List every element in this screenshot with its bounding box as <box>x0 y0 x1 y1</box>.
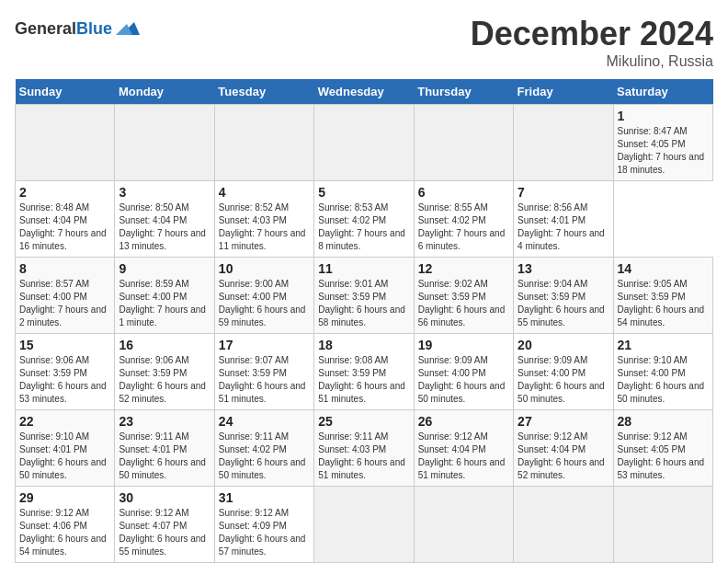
day-number: 23 <box>119 414 210 429</box>
day-number: 17 <box>219 338 310 352</box>
day-info: Sunrise: 9:09 AMSunset: 4:00 PMDaylight:… <box>518 355 605 404</box>
day-cell-15: 15Sunrise: 9:06 AMSunset: 3:59 PMDayligh… <box>16 334 115 410</box>
day-info: Sunrise: 9:12 AMSunset: 4:07 PMDaylight:… <box>119 508 206 557</box>
day-number: 9 <box>119 261 210 276</box>
day-cell-30: 30Sunrise: 9:12 AMSunset: 4:07 PMDayligh… <box>115 487 214 563</box>
day-cell-26: 26Sunrise: 9:12 AMSunset: 4:04 PMDayligh… <box>414 410 513 487</box>
day-info: Sunrise: 9:06 AMSunset: 3:59 PMDaylight:… <box>19 355 107 404</box>
empty-cell <box>514 487 613 563</box>
empty-cell <box>214 105 313 181</box>
day-header-sunday: Sunday <box>16 79 115 105</box>
day-info: Sunrise: 9:12 AMSunset: 4:06 PMDaylight:… <box>19 508 107 557</box>
day-info: Sunrise: 8:52 AMSunset: 4:03 PMDaylight:… <box>219 202 306 251</box>
day-info: Sunrise: 8:50 AMSunset: 4:04 PMDaylight:… <box>119 202 206 251</box>
day-cell-10: 10Sunrise: 9:00 AMSunset: 4:00 PMDayligh… <box>214 258 313 334</box>
empty-cell <box>514 105 613 181</box>
day-cell-11: 11Sunrise: 9:01 AMSunset: 3:59 PMDayligh… <box>314 258 414 334</box>
day-info: Sunrise: 9:09 AMSunset: 4:00 PMDaylight:… <box>418 355 506 404</box>
day-cell-12: 12Sunrise: 9:02 AMSunset: 3:59 PMDayligh… <box>414 258 513 334</box>
logo-general: General <box>15 19 76 38</box>
empty-cell <box>16 105 115 181</box>
empty-cell <box>613 487 712 563</box>
day-info: Sunrise: 9:11 AMSunset: 4:03 PMDaylight:… <box>318 431 405 480</box>
day-number: 16 <box>119 338 210 352</box>
day-number: 27 <box>518 414 609 429</box>
day-cell-27: 27Sunrise: 9:12 AMSunset: 4:04 PMDayligh… <box>514 410 613 487</box>
day-info: Sunrise: 9:12 AMSunset: 4:09 PMDaylight:… <box>219 508 306 557</box>
week-row-1: 2Sunrise: 8:48 AMSunset: 4:04 PMDaylight… <box>16 181 713 258</box>
day-info: Sunrise: 9:06 AMSunset: 3:59 PMDaylight:… <box>119 355 206 404</box>
empty-cell <box>115 105 214 181</box>
day-info: Sunrise: 8:53 AMSunset: 4:02 PMDaylight:… <box>318 202 405 251</box>
day-cell-5: 5Sunrise: 8:53 AMSunset: 4:02 PMDaylight… <box>314 181 414 258</box>
month-title: December 2024 <box>471 15 713 53</box>
day-number: 19 <box>418 338 509 352</box>
empty-cell <box>414 105 513 181</box>
day-number: 28 <box>618 414 709 429</box>
day-cell-21: 21Sunrise: 9:10 AMSunset: 4:00 PMDayligh… <box>613 334 712 410</box>
day-cell-3: 3Sunrise: 8:50 AMSunset: 4:04 PMDaylight… <box>115 181 214 258</box>
day-cell-13: 13Sunrise: 9:04 AMSunset: 3:59 PMDayligh… <box>514 258 613 334</box>
day-info: Sunrise: 9:10 AMSunset: 4:01 PMDaylight:… <box>19 431 107 480</box>
location-title: Mikulino, Russia <box>471 53 713 70</box>
empty-cell <box>314 487 414 563</box>
logo-icon <box>114 15 142 42</box>
logo-text: GeneralBlue <box>15 19 112 39</box>
day-cell-8: 8Sunrise: 8:57 AMSunset: 4:00 PMDaylight… <box>16 258 115 334</box>
day-cell-31: 31Sunrise: 9:12 AMSunset: 4:09 PMDayligh… <box>214 487 313 563</box>
day-cell-24: 24Sunrise: 9:11 AMSunset: 4:02 PMDayligh… <box>214 410 313 487</box>
day-info: Sunrise: 9:08 AMSunset: 3:59 PMDaylight:… <box>318 355 405 404</box>
day-number: 6 <box>418 185 509 200</box>
day-info: Sunrise: 8:47 AMSunset: 4:05 PMDaylight:… <box>618 126 705 175</box>
week-row-4: 22Sunrise: 9:10 AMSunset: 4:01 PMDayligh… <box>16 410 713 487</box>
day-info: Sunrise: 9:12 AMSunset: 4:04 PMDaylight:… <box>518 431 605 480</box>
day-number: 4 <box>219 185 310 200</box>
day-cell-1: 1Sunrise: 8:47 AMSunset: 4:05 PMDaylight… <box>613 105 712 181</box>
day-info: Sunrise: 9:10 AMSunset: 4:00 PMDaylight:… <box>618 355 705 404</box>
day-number: 24 <box>219 414 310 429</box>
day-info: Sunrise: 8:55 AMSunset: 4:02 PMDaylight:… <box>418 202 506 251</box>
day-number: 21 <box>618 338 709 352</box>
day-info: Sunrise: 9:07 AMSunset: 3:59 PMDaylight:… <box>219 355 306 404</box>
day-number: 20 <box>518 338 609 352</box>
day-number: 15 <box>19 338 110 352</box>
day-number: 14 <box>618 261 709 276</box>
day-cell-18: 18Sunrise: 9:08 AMSunset: 3:59 PMDayligh… <box>314 334 414 410</box>
week-row-3: 15Sunrise: 9:06 AMSunset: 3:59 PMDayligh… <box>16 334 713 410</box>
week-row-5: 29Sunrise: 9:12 AMSunset: 4:06 PMDayligh… <box>16 487 713 563</box>
day-info: Sunrise: 8:57 AMSunset: 4:00 PMDaylight:… <box>19 279 107 327</box>
day-number: 8 <box>19 261 110 276</box>
day-info: Sunrise: 9:00 AMSunset: 4:00 PMDaylight:… <box>219 279 306 327</box>
day-cell-17: 17Sunrise: 9:07 AMSunset: 3:59 PMDayligh… <box>214 334 313 410</box>
calendar-table: SundayMondayTuesdayWednesdayThursdayFrid… <box>15 79 713 563</box>
day-header-monday: Monday <box>115 79 214 105</box>
day-info: Sunrise: 9:12 AMSunset: 4:05 PMDaylight:… <box>618 431 705 480</box>
day-info: Sunrise: 9:01 AMSunset: 3:59 PMDaylight:… <box>318 279 405 327</box>
logo: GeneralBlue <box>15 15 142 42</box>
day-cell-4: 4Sunrise: 8:52 AMSunset: 4:03 PMDaylight… <box>214 181 313 258</box>
day-cell-14: 14Sunrise: 9:05 AMSunset: 3:59 PMDayligh… <box>613 258 712 334</box>
day-header-tuesday: Tuesday <box>214 79 313 105</box>
week-row-2: 8Sunrise: 8:57 AMSunset: 4:00 PMDaylight… <box>16 258 713 334</box>
day-info: Sunrise: 9:11 AMSunset: 4:01 PMDaylight:… <box>119 431 206 480</box>
day-cell-9: 9Sunrise: 8:59 AMSunset: 4:00 PMDaylight… <box>115 258 214 334</box>
day-number: 12 <box>418 261 509 276</box>
day-info: Sunrise: 9:12 AMSunset: 4:04 PMDaylight:… <box>418 431 506 480</box>
logo-blue: Blue <box>76 19 112 38</box>
week-row-0: 1Sunrise: 8:47 AMSunset: 4:05 PMDaylight… <box>16 105 713 181</box>
day-cell-19: 19Sunrise: 9:09 AMSunset: 4:00 PMDayligh… <box>414 334 513 410</box>
day-number: 31 <box>219 490 310 505</box>
day-info: Sunrise: 9:05 AMSunset: 3:59 PMDaylight:… <box>618 279 705 327</box>
day-number: 25 <box>318 414 409 429</box>
day-info: Sunrise: 9:11 AMSunset: 4:02 PMDaylight:… <box>219 431 306 480</box>
day-cell-29: 29Sunrise: 9:12 AMSunset: 4:06 PMDayligh… <box>16 487 115 563</box>
day-cell-6: 6Sunrise: 8:55 AMSunset: 4:02 PMDaylight… <box>414 181 513 258</box>
day-cell-2: 2Sunrise: 8:48 AMSunset: 4:04 PMDaylight… <box>16 181 115 258</box>
day-number: 13 <box>518 261 609 276</box>
day-cell-22: 22Sunrise: 9:10 AMSunset: 4:01 PMDayligh… <box>16 410 115 487</box>
day-info: Sunrise: 8:59 AMSunset: 4:00 PMDaylight:… <box>119 279 206 327</box>
days-header-row: SundayMondayTuesdayWednesdayThursdayFrid… <box>16 79 713 105</box>
empty-cell <box>314 105 414 181</box>
day-info: Sunrise: 8:56 AMSunset: 4:01 PMDaylight:… <box>518 202 605 251</box>
day-header-friday: Friday <box>514 79 613 105</box>
